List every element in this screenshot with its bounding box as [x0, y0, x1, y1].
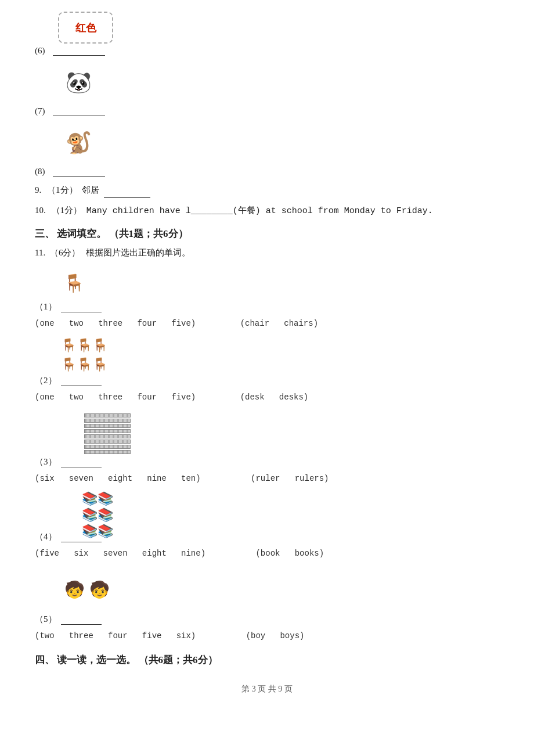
page-footer: 第 3 页 共 9 页 [35, 684, 499, 694]
rulers-image [81, 413, 134, 454]
q11-2-answer[interactable] [61, 386, 102, 386]
red-color-image: 红色 [58, 12, 113, 44]
q11-4-num: （4） [35, 532, 57, 541]
q11-4-options: (five six seven eight nine) (book books) [35, 545, 499, 561]
q8-row: 🐒 (8) [35, 121, 499, 177]
page-content: 红色 (6) 🐼 (7) 🐒 (8) 9. （1分） 邻居 10. （1分） [35, 12, 499, 694]
boys-image: 🧒🧒 [58, 566, 116, 613]
q11-item-1: 🪑 （1） (one two three four five) (chair c… [35, 265, 499, 332]
footer-text: 第 3 页 共 9 页 [241, 685, 293, 693]
q10-score: （1分） [52, 206, 82, 215]
q6-answer[interactable] [53, 55, 105, 56]
q11-score: （6分） [50, 248, 81, 257]
q11-1-options: (one two three four five) (chair chairs) [35, 315, 499, 332]
section4-header: 四、 读一读，选一选。 （共6题；共6分） [35, 653, 499, 667]
q9-score: （1分） [47, 185, 78, 195]
q11-item-2: 🪑🪑🪑 🪑🪑🪑 （2） (one two three four five) (d… [35, 336, 499, 405]
q11-item-4: 📚📚 📚📚 📚📚 （4） (five six seven eight nine)… [35, 491, 499, 561]
q11-2-noun-options: (desk desks) [240, 393, 309, 402]
q6-row: 红色 (6) [35, 12, 499, 56]
q11-3-num-options: (six seven eight nine ten) [35, 474, 201, 483]
q11-4-answer[interactable] [61, 542, 102, 542]
q11-1-num-options: (one two three four five) [35, 319, 196, 328]
q7-label: (7) [35, 106, 45, 116]
q11-5-answer[interactable] [61, 624, 102, 625]
books-image: 📚📚 📚📚 📚📚 [81, 491, 113, 529]
q9-text: 邻居 [82, 185, 99, 195]
q11-item-5: 🧒🧒 （5） (two three four five six) (boy bo… [35, 566, 499, 644]
q6-label: (6) [35, 46, 45, 56]
q11-1-num: （1） [35, 302, 57, 311]
q11-4-noun-options: (book books) [255, 549, 324, 558]
section3-header: 三、 选词填空。 （共1题；共6分） [35, 227, 499, 240]
q11-4-num-options: (five six seven eight nine) [35, 549, 205, 558]
q11-2-num: （2） [35, 376, 57, 385]
q7-row: 🐼 (7) [35, 60, 499, 116]
q8-label: (8) [35, 167, 45, 177]
q11-desc-row: 11. （6分） 根据图片选出正确的单词。 [35, 245, 499, 261]
q9-label: 9. [35, 182, 41, 198]
q11-2-options: (one two three four five) (desk desks) [35, 389, 499, 405]
monkey-image: 🐒 [58, 121, 99, 164]
q8-answer[interactable] [53, 176, 105, 177]
q11-5-num: （5） [35, 614, 57, 624]
q11-5-num-options: (two three four five six) [35, 631, 196, 640]
chair-image: 🪑 [58, 265, 90, 300]
q11-2-num-options: (one two three four five) [35, 393, 196, 402]
q9-answer[interactable] [104, 197, 150, 198]
panda-image: 🐼 [58, 60, 99, 104]
q10-label: 10. [35, 203, 46, 218]
q11-3-num: （3） [35, 457, 57, 466]
q11-3-noun-options: (ruler rulers) [251, 474, 329, 483]
q11-3-answer[interactable] [61, 467, 102, 467]
q11-item-3: （3） (six seven eight nine ten) (ruler ru… [35, 410, 499, 487]
q9-row: 9. （1分） 邻居 [35, 182, 499, 198]
q11-5-noun-options: (boy boys) [246, 631, 305, 640]
q10-row: 10. （1分） Many children have l________(午餐… [35, 203, 499, 219]
q11-1-noun-options: (chair chairs) [240, 319, 318, 328]
q11-1-answer[interactable] [61, 312, 102, 312]
q11-label: 11. [35, 248, 45, 257]
q11-desc: 根据图片选出正确的单词。 [86, 248, 190, 257]
q10-text: Many children have l________(午餐) at scho… [86, 206, 433, 216]
q11-3-options: (six seven eight nine ten) (ruler rulers… [35, 470, 499, 487]
desks-image: 🪑🪑🪑 🪑🪑🪑 [58, 336, 110, 374]
q11-5-options: (two three four five six) (boy boys) [35, 628, 499, 644]
q7-answer[interactable] [53, 116, 105, 116]
